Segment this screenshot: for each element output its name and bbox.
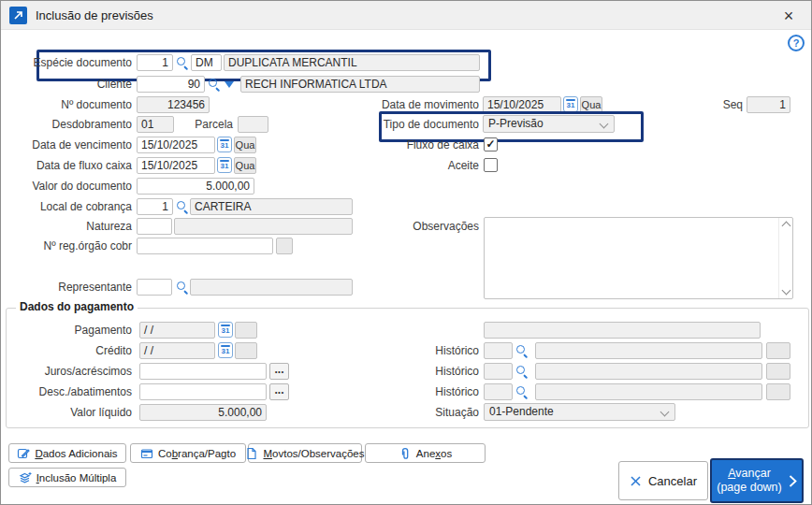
situacao-label: Situação: [356, 404, 479, 421]
num-documento-field: 123456: [137, 96, 210, 113]
natureza-code-input[interactable]: [137, 218, 172, 235]
observacoes-label: Observações: [356, 218, 479, 235]
credito-label: Crédito: [8, 342, 132, 359]
local-cobranca-code-input[interactable]: 1: [137, 198, 173, 215]
anexos-label: Anexos: [416, 448, 452, 459]
descontos-label: Desc./abatimentos: [8, 383, 132, 400]
representante-name-field: [190, 279, 353, 296]
data-fluxo-caixa-calendar-icon[interactable]: [217, 157, 232, 173]
situacao-select[interactable]: 01-Pendente: [484, 403, 675, 421]
data-fluxo-caixa-input[interactable]: 15/10/2025: [137, 157, 215, 174]
inclusao-multipla-button[interactable]: Inclusão Múltipla: [8, 468, 126, 487]
tipo-documento-select[interactable]: P-Previsão: [483, 115, 615, 133]
especie-documento-search-icon[interactable]: [175, 54, 190, 71]
credito-weekday-badge: [235, 342, 257, 359]
historico3-name-field: [535, 383, 762, 400]
historico2-name-field: [535, 363, 762, 380]
historico1-button: [766, 342, 790, 359]
cliente-search-icon[interactable]: [207, 76, 222, 93]
data-movimento-field: 15/10/2025: [483, 96, 561, 113]
fluxo-caixa-checkbox[interactable]: ✓: [484, 137, 498, 152]
local-cobranca-search-icon[interactable]: [175, 198, 190, 215]
layers-icon: [19, 471, 32, 484]
historico1-label: Histórico: [356, 342, 479, 359]
juros-more-button[interactable]: ...: [269, 363, 289, 380]
valor-documento-label: Valor do documento: [8, 178, 132, 195]
cancelar-label: Cancelar: [648, 474, 697, 488]
movtos-observacoes-button[interactable]: Movtos/Observações: [248, 443, 362, 463]
scroll-down-icon[interactable]: [782, 286, 791, 296]
pagamento-weekday-badge: [235, 322, 257, 339]
data-vencimento-weekday-badge: Qua: [234, 137, 256, 153]
observacoes-textarea[interactable]: [484, 217, 793, 299]
data-movimento-weekday-badge: Qua: [580, 96, 602, 113]
desdobramento-field: 01: [137, 116, 174, 133]
card-icon: [140, 447, 153, 460]
especie-documento-abbr-field: DM: [191, 54, 222, 71]
historico3-code-field: [484, 383, 513, 400]
avancar-button[interactable]: Avançar (page down): [710, 458, 804, 503]
seq-label: Seq: [712, 96, 743, 113]
representante-code-input[interactable]: [137, 279, 172, 296]
num-reg-orgao-input[interactable]: [137, 238, 273, 254]
historico3-label: Histórico: [356, 383, 479, 400]
close-icon[interactable]: [777, 5, 800, 27]
cliente-code-input[interactable]: 90: [137, 76, 205, 93]
inclusao-multipla-label: Inclusão Múltipla: [36, 472, 117, 483]
cobranca-pagto-button[interactable]: Cobrança/Pagto: [130, 443, 246, 463]
parcela-field: [238, 116, 268, 133]
valor-documento-input[interactable]: 5.000,00: [137, 178, 254, 195]
natureza-label: Natureza: [8, 218, 132, 235]
desdobramento-label: Desdobramento: [8, 116, 132, 133]
cancelar-button[interactable]: Cancelar: [618, 461, 708, 500]
cancel-x-icon: [630, 475, 642, 487]
data-movimento-calendar-icon[interactable]: [563, 96, 578, 112]
descontos-more-button[interactable]: ...: [269, 383, 289, 400]
cobranca-pagto-label: Cobrança/Pagto: [158, 448, 236, 459]
data-fluxo-caixa-weekday-badge: Qua: [234, 157, 256, 174]
historico1-name-field: [535, 342, 762, 359]
representante-label: Representante: [8, 279, 132, 296]
juros-input[interactable]: [139, 363, 267, 380]
chevron-right-icon: [789, 474, 797, 488]
historico2-search-icon[interactable]: [515, 363, 529, 380]
historico1-code-field: [484, 342, 513, 359]
historico2-button: [766, 363, 790, 380]
anexos-button[interactable]: Anexos: [365, 443, 486, 463]
representante-search-icon[interactable]: [175, 279, 190, 296]
seq-field: 1: [747, 96, 790, 113]
descontos-input[interactable]: [139, 383, 267, 400]
historico3-button: [766, 383, 790, 400]
scroll-up-icon[interactable]: [782, 222, 791, 231]
document-icon: [245, 447, 258, 460]
data-vencimento-calendar-icon[interactable]: [217, 137, 232, 152]
help-icon[interactable]: [788, 35, 805, 51]
dados-pagamento-legend: Dados do pagamento: [16, 300, 138, 313]
especie-documento-code-input[interactable]: 1: [137, 54, 173, 71]
pagamento-calendar-icon: [218, 322, 233, 338]
data-vencimento-label: Data de vencimento: [8, 137, 132, 153]
movtos-observacoes-label: Movtos/Observações: [263, 448, 364, 459]
especie-documento-name-field: DUPLICATA MERCANTIL: [224, 54, 480, 71]
aceite-checkbox[interactable]: [484, 158, 498, 172]
data-vencimento-input[interactable]: 15/10/2025: [137, 137, 215, 153]
num-reg-orgao-label: Nº reg.órgão cobr: [8, 238, 132, 254]
pagamento-label: Pagamento: [8, 322, 132, 339]
aceite-label: Aceite: [356, 157, 479, 174]
dialog-title: Inclusão de previsões: [36, 8, 153, 22]
inclusao-previsoes-dialog: Inclusão de previsões Espécie documento …: [0, 0, 812, 505]
cliente-name-field: RECH INFORMATICA LTDA: [240, 76, 480, 93]
historico2-label: Histórico: [356, 363, 479, 380]
historico3-search-icon[interactable]: [515, 383, 529, 400]
cliente-label: Cliente: [8, 76, 132, 93]
historico1-search-icon[interactable]: [515, 342, 529, 359]
dados-adicionais-button[interactable]: Dados Adicionais: [8, 443, 126, 463]
natureza-name-field: [174, 218, 353, 235]
avancar-label: Avançar (page down): [717, 467, 782, 495]
local-cobranca-name-field: CARTEIRA: [190, 198, 353, 215]
fluxo-caixa-label: Fluxo de caixa: [356, 137, 479, 153]
data-fluxo-caixa-label: Data de fluxo caixa: [8, 157, 132, 174]
observacoes-scrollbar[interactable]: [778, 218, 793, 298]
cliente-dropdown-icon[interactable]: [225, 81, 234, 88]
credito-calendar-icon: [218, 342, 233, 358]
